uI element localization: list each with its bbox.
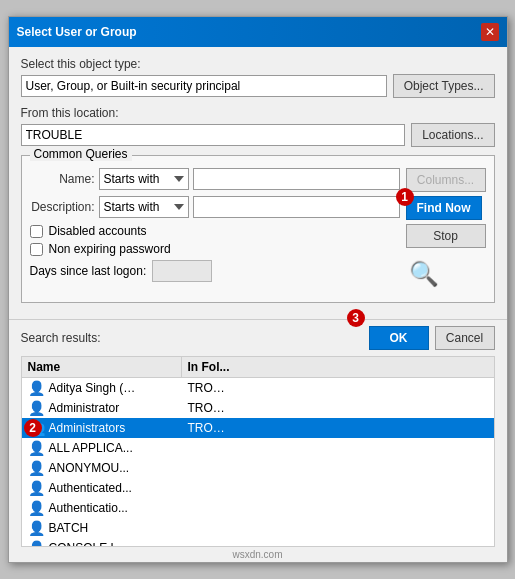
ok-button[interactable]: OK [369, 326, 429, 350]
group-right-area: Name: Starts withIs (exactly)Starts with… [30, 168, 486, 292]
right-panel: Columns... 1 Find Now Stop 🔍 [406, 168, 486, 292]
result-name-cell: 👤Authenticated... [22, 479, 182, 497]
ok-wrapper: 3 OK [369, 326, 429, 350]
badge-3: 3 [347, 309, 365, 327]
table-row[interactable]: 👤Authenticatio... [22, 498, 494, 518]
result-name-cell: 👤Administrator [22, 399, 182, 417]
disabled-accounts-label: Disabled accounts [49, 224, 147, 238]
result-folder-cell [182, 487, 494, 489]
user-icon: 👤 [28, 460, 45, 476]
close-button[interactable]: ✕ [481, 23, 499, 41]
find-now-button[interactable]: Find Now [406, 196, 482, 220]
watermark: wsxdn.com [9, 547, 507, 562]
dialog-body: Select this object type: Object Types...… [9, 47, 507, 319]
result-folder-cell: TRO… [182, 380, 494, 396]
title-bar: Select User or Group ✕ [9, 17, 507, 47]
table-row[interactable]: 👤ALL APPLICA... [22, 438, 494, 458]
result-name-cell: 👤ALL APPLICA... [22, 439, 182, 457]
table-row[interactable]: 2👥AdministratorsTRO… [22, 418, 494, 438]
user-icon: 👤 [28, 500, 45, 516]
description-row: Description: Starts withIs (exactly)Star… [30, 196, 400, 218]
common-queries-tab[interactable]: Common Queries [30, 147, 132, 161]
disabled-accounts-checkbox[interactable] [30, 225, 43, 238]
result-folder-cell [182, 507, 494, 509]
results-header: Name In Fol... [21, 356, 495, 377]
search-results-label: Search results: [21, 331, 363, 345]
stop-button[interactable]: Stop [406, 224, 486, 248]
dialog-title: Select User or Group [17, 25, 137, 39]
badge-1: 1 [396, 188, 414, 206]
select-user-dialog: Select User or Group ✕ Select this objec… [8, 16, 508, 563]
name-dropdown[interactable]: Starts withIs (exactly)Starts withEnds w… [99, 168, 189, 190]
col-folder-header: In Fol... [182, 357, 494, 377]
non-expiring-row: Non expiring password [30, 242, 400, 256]
result-name-text: ANONYMOU... [49, 461, 130, 475]
object-type-label: Select this object type: [21, 57, 495, 71]
user-icon: 👤 [28, 380, 45, 396]
location-row: Locations... [21, 123, 495, 147]
name-input[interactable] [193, 168, 400, 190]
group-content: Name: Starts withIs (exactly)Starts with… [30, 168, 486, 292]
user-icon: 👤 [28, 540, 45, 547]
result-folder-cell: TRO… [182, 400, 494, 416]
description-input[interactable] [193, 196, 400, 218]
group-left: Name: Starts withIs (exactly)Starts with… [30, 168, 400, 292]
table-row[interactable]: 👤CONSOLE L... [22, 538, 494, 547]
result-folder-cell [182, 467, 494, 469]
days-label: Days since last logon: [30, 264, 147, 278]
result-name-cell: 👤CONSOLE L... [22, 539, 182, 547]
object-types-button[interactable]: Object Types... [393, 74, 495, 98]
results-body[interactable]: 👤Aditya Singh (…TRO…👤AdministratorTRO…2👥… [21, 377, 495, 547]
location-input[interactable] [21, 124, 406, 146]
find-now-wrapper: 1 Find Now [406, 196, 486, 220]
columns-button[interactable]: Columns... [406, 168, 486, 192]
location-label: From this location: [21, 106, 495, 120]
badge-2: 2 [24, 419, 42, 437]
result-folder-cell [182, 527, 494, 529]
table-row[interactable]: 👤AdministratorTRO… [22, 398, 494, 418]
result-name-cell: 👤ANONYMOU... [22, 459, 182, 477]
result-name-cell: 👥Administrators [22, 419, 182, 437]
results-section: Name In Fol... 👤Aditya Singh (…TRO…👤Admi… [9, 356, 507, 547]
table-row[interactable]: 👤ANONYMOU... [22, 458, 494, 478]
days-row: Days since last logon: [30, 260, 400, 282]
non-expiring-checkbox[interactable] [30, 243, 43, 256]
table-row[interactable]: 👤BATCH [22, 518, 494, 538]
result-name-text: Administrator [49, 401, 120, 415]
bottom-bar: Search results: 3 OK Cancel [9, 319, 507, 356]
object-type-input[interactable] [21, 75, 387, 97]
key-icon: 🔍 [406, 256, 442, 292]
locations-button[interactable]: Locations... [411, 123, 494, 147]
result-name-text: Administrators [49, 421, 126, 435]
common-queries-group: Common Queries Name: Starts withIs (exac… [21, 155, 495, 303]
result-name-text: Authenticatio... [49, 501, 128, 515]
result-name-text: BATCH [49, 521, 89, 535]
result-name-text: CONSOLE L... [49, 541, 128, 547]
description-label: Description: [30, 200, 95, 214]
result-name-text: Authenticated... [49, 481, 132, 495]
user-icon: 👤 [28, 400, 45, 416]
name-label: Name: [30, 172, 95, 186]
table-row[interactable]: 👤Authenticated... [22, 478, 494, 498]
result-name-cell: 👤Authenticatio... [22, 499, 182, 517]
result-folder-cell: TRO… [182, 420, 494, 436]
disabled-accounts-row: Disabled accounts [30, 224, 400, 238]
result-name-text: Aditya Singh (… [49, 381, 136, 395]
user-icon: 👤 [28, 480, 45, 496]
cancel-button[interactable]: Cancel [435, 326, 495, 350]
user-icon: 👤 [28, 520, 45, 536]
non-expiring-label: Non expiring password [49, 242, 171, 256]
name-row: Name: Starts withIs (exactly)Starts with… [30, 168, 400, 190]
col-name-header: Name [22, 357, 182, 377]
result-folder-cell [182, 447, 494, 449]
days-dropdown[interactable] [152, 260, 212, 282]
table-row[interactable]: 👤Aditya Singh (…TRO… [22, 378, 494, 398]
object-type-row: Object Types... [21, 74, 495, 98]
result-name-cell: 👤BATCH [22, 519, 182, 537]
user-icon: 👤 [28, 440, 45, 456]
result-name-text: ALL APPLICA... [49, 441, 133, 455]
description-dropdown[interactable]: Starts withIs (exactly)Starts withEnds w… [99, 196, 189, 218]
result-name-cell: 👤Aditya Singh (… [22, 379, 182, 397]
